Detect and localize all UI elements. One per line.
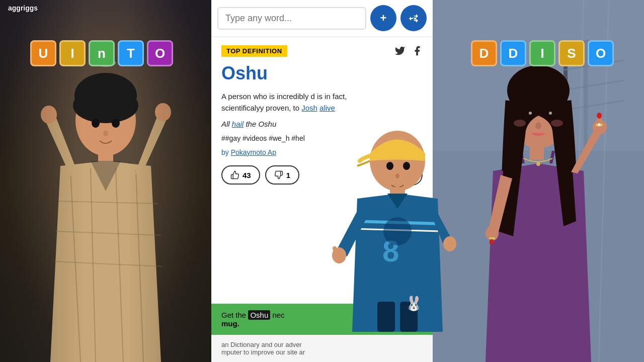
svg-point-42 xyxy=(543,110,553,120)
tile-n: n xyxy=(89,40,115,66)
svg-point-2 xyxy=(73,88,138,123)
hail-link[interactable]: hail xyxy=(232,120,244,128)
tile-D2: D xyxy=(500,40,526,66)
random-button[interactable] xyxy=(400,5,427,31)
svg-point-52 xyxy=(598,123,601,126)
ud-green-bar: Get the Oshu nec mug. xyxy=(211,304,433,335)
right-panel: D D I S O xyxy=(433,0,644,362)
vote-row: 43 1 ••• xyxy=(221,164,423,186)
alive-link[interactable]: alive xyxy=(319,104,335,112)
ud-header: + xyxy=(211,0,433,37)
ud-footer: an Dictionary and our adver mputer to im… xyxy=(211,335,433,362)
tile-I: I xyxy=(59,40,86,66)
username-watermark: aggriggs xyxy=(8,4,38,12)
svg-point-44 xyxy=(549,112,552,115)
middle-panel: + TOP DEFINITION xyxy=(211,0,433,362)
svg-point-47 xyxy=(551,120,563,127)
svg-point-4 xyxy=(112,119,120,128)
svg-rect-54 xyxy=(489,237,495,239)
tile-O2: O xyxy=(588,40,614,66)
downvote-button[interactable]: 1 xyxy=(265,165,299,185)
tile-U: U xyxy=(30,40,56,66)
left-letter-tiles: U I n T O xyxy=(30,40,173,66)
ud-content: TOP DEFINITION Oshu A pe xyxy=(211,37,433,304)
facebook-icon[interactable] xyxy=(412,45,423,59)
twitter-icon[interactable] xyxy=(394,45,406,59)
ud-example: All hail the Oshu xyxy=(221,120,423,128)
svg-point-50 xyxy=(597,113,602,119)
upvote-count: 43 xyxy=(243,171,251,179)
ud-author: by Pokaymoto Ap xyxy=(221,148,423,156)
search-input[interactable] xyxy=(217,7,366,30)
svg-point-9 xyxy=(155,103,171,121)
upvote-button[interactable]: 43 xyxy=(221,165,260,185)
top-definition-badge: TOP DEFINITION xyxy=(221,45,287,57)
svg-point-38 xyxy=(536,162,540,166)
tile-S: S xyxy=(558,40,585,66)
tile-T: T xyxy=(118,40,144,66)
svg-rect-55 xyxy=(490,239,494,244)
word-highlight: Oshu xyxy=(248,310,270,320)
downvote-count: 1 xyxy=(286,171,290,179)
tile-I2: I xyxy=(529,40,555,66)
right-person-figure xyxy=(443,30,634,362)
ud-word: Oshu xyxy=(221,63,423,84)
bunny-icon: 🐰 xyxy=(405,295,423,312)
right-letter-tiles: D D I S O xyxy=(471,40,614,66)
tile-D1: D xyxy=(471,40,497,66)
svg-point-45 xyxy=(535,122,541,129)
svg-point-43 xyxy=(529,112,532,115)
ud-definition: A person who is incredibly d is in fact,… xyxy=(221,91,423,114)
tile-O: O xyxy=(147,40,173,66)
social-icons xyxy=(394,45,423,59)
more-button[interactable]: ••• xyxy=(401,164,423,186)
add-button[interactable]: + xyxy=(370,5,396,31)
left-panel: aggriggs U I n T O xyxy=(0,0,211,362)
svg-line-36 xyxy=(551,151,553,163)
left-person-figure xyxy=(30,40,181,362)
josh-link[interactable]: Josh xyxy=(301,104,317,112)
svg-point-8 xyxy=(41,106,57,124)
svg-point-46 xyxy=(514,120,526,127)
svg-point-3 xyxy=(92,119,100,128)
ud-tags: ##gay #videos #we_h #hel xyxy=(221,134,423,142)
svg-point-41 xyxy=(523,110,533,120)
author-name[interactable]: Pokaymoto Ap xyxy=(231,148,276,156)
svg-point-5 xyxy=(103,130,108,136)
